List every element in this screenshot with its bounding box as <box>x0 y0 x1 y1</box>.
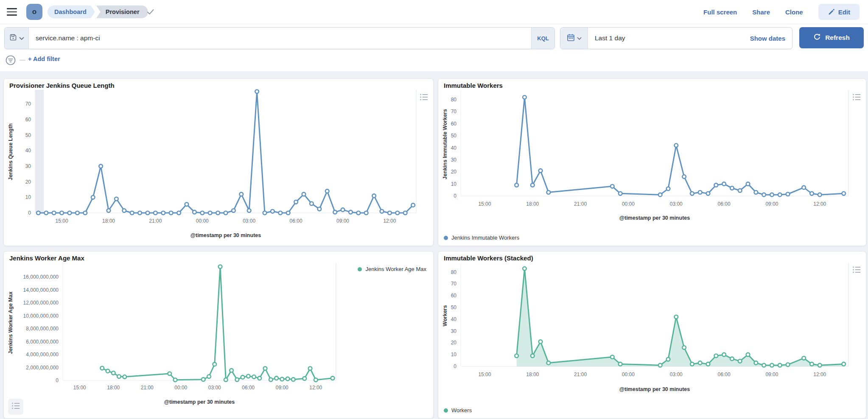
panel-immutable-workers-stacked: Immutable Workers (Stacked) 010203040506… <box>438 251 866 419</box>
search-query-input[interactable] <box>29 28 531 49</box>
svg-text:00:00: 00:00 <box>174 385 187 391</box>
svg-text:06:00: 06:00 <box>290 218 302 224</box>
svg-text:18:00: 18:00 <box>526 201 539 207</box>
svg-text:60: 60 <box>451 121 457 127</box>
legend-toggle-icon[interactable] <box>420 93 428 103</box>
show-dates-link[interactable]: Show dates <box>750 28 792 49</box>
breadcrumb-dashboard[interactable]: Dashboard <box>48 6 95 18</box>
menu-hamburger-icon[interactable] <box>7 6 18 17</box>
svg-text:12:00: 12:00 <box>813 372 826 377</box>
clone-link[interactable]: Clone <box>785 8 803 16</box>
top-navigation-bar: o Dashboard Provisioner Full screen Shar… <box>0 0 868 24</box>
refresh-icon <box>813 33 821 42</box>
legend-item-jenkins-immutable-workers[interactable]: Jenkins Immutable Workers <box>444 235 519 241</box>
svg-text:12:00: 12:00 <box>813 201 826 207</box>
calendar-icon <box>567 34 575 43</box>
add-filter-link[interactable]: + Add filter <box>28 56 60 62</box>
svg-text:15:00: 15:00 <box>478 201 491 207</box>
legend-item-jenkins-worker-age-max[interactable]: Jenkins Worker Age Max <box>358 266 426 272</box>
svg-text:06:00: 06:00 <box>718 201 731 207</box>
svg-text:@timestamp per 30 minutes: @timestamp per 30 minutes <box>164 399 235 405</box>
svg-text:00:00: 00:00 <box>622 372 635 377</box>
svg-text:20: 20 <box>451 340 457 346</box>
time-picker-calendar-button[interactable] <box>560 28 588 49</box>
svg-text:18:00: 18:00 <box>102 218 115 224</box>
line-chart-canvas[interactable]: 0102030405060708015:0018:0021:0000:0003:… <box>438 90 866 246</box>
filter-menu-icon[interactable] <box>5 55 16 67</box>
legend-item-workers[interactable]: Workers <box>444 407 472 413</box>
save-query-icon <box>9 34 17 43</box>
legend-dot <box>444 408 448 413</box>
share-link[interactable]: Share <box>752 8 770 16</box>
svg-text:@timestamp per 30 minutes: @timestamp per 30 minutes <box>619 215 690 221</box>
svg-text:00:00: 00:00 <box>196 218 209 224</box>
filter-separator <box>20 60 25 61</box>
time-range-value[interactable]: Last 1 day <box>588 28 750 49</box>
full-screen-link[interactable]: Full screen <box>703 8 737 16</box>
breadcrumb-provisioner[interactable]: Provisioner <box>96 6 148 18</box>
svg-text:8,000,000,000: 8,000,000,000 <box>26 326 59 332</box>
panel-title[interactable]: Jenkins Worker Age Max <box>9 254 84 262</box>
svg-text:50: 50 <box>451 304 457 310</box>
breadcrumb: Dashboard Provisioner <box>48 6 148 18</box>
svg-text:Jenkins Worker Age Max: Jenkins Worker Age Max <box>8 291 14 354</box>
svg-text:03:00: 03:00 <box>243 218 255 224</box>
saved-check-icon <box>147 8 154 17</box>
svg-text:03:00: 03:00 <box>208 385 221 391</box>
svg-text:06:00: 06:00 <box>242 385 255 391</box>
svg-text:18:00: 18:00 <box>526 372 539 377</box>
svg-text:4,000,000,000: 4,000,000,000 <box>26 352 59 358</box>
svg-text:16,000,000,000: 16,000,000,000 <box>23 274 59 280</box>
svg-text:21:00: 21:00 <box>574 372 587 377</box>
svg-text:10: 10 <box>25 194 31 200</box>
line-chart-canvas[interactable]: 02,000,000,0004,000,000,0006,000,000,000… <box>4 263 433 418</box>
panel-title[interactable]: Immutable Workers <box>444 82 503 89</box>
svg-text:@timestamp per 30 minutes: @timestamp per 30 minutes <box>619 386 690 392</box>
svg-text:50: 50 <box>25 132 31 138</box>
kibana-dashboard-app: o Dashboard Provisioner Full screen Shar… <box>0 0 868 419</box>
refresh-button[interactable]: Refresh <box>799 27 864 48</box>
svg-text:12,000,000,000: 12,000,000,000 <box>23 300 59 306</box>
chevron-down-icon <box>577 34 582 42</box>
svg-text:30: 30 <box>25 163 31 169</box>
line-chart-canvas[interactable]: 01020304050607015:0018:0021:0000:0003:00… <box>4 90 433 246</box>
svg-text:10: 10 <box>451 181 457 187</box>
svg-text:00:00: 00:00 <box>622 201 635 207</box>
svg-text:10,000,000,000: 10,000,000,000 <box>23 313 59 319</box>
svg-text:15:00: 15:00 <box>73 385 86 391</box>
query-language-badge[interactable]: KQL <box>531 28 554 49</box>
svg-text:09:00: 09:00 <box>276 385 288 391</box>
space-avatar[interactable]: o <box>26 4 42 20</box>
svg-text:Jenkins Queue Length: Jenkins Queue Length <box>8 123 14 180</box>
dashboard-actions: Full screen Share Clone Edit <box>703 0 860 24</box>
legend-label: Workers <box>451 407 472 413</box>
svg-text:40: 40 <box>25 148 31 154</box>
svg-text:70: 70 <box>451 109 457 115</box>
svg-text:80: 80 <box>451 269 457 275</box>
svg-text:09:00: 09:00 <box>765 372 778 377</box>
svg-text:12:00: 12:00 <box>383 218 396 224</box>
legend-label: Jenkins Immutable Workers <box>451 235 519 241</box>
edit-button[interactable]: Edit <box>818 4 860 20</box>
svg-text:Jenkins Immutable Workers: Jenkins Immutable Workers <box>442 109 448 179</box>
svg-text:40: 40 <box>451 145 457 151</box>
pencil-icon <box>828 8 834 16</box>
saved-query-menu-button[interactable] <box>5 28 29 49</box>
legend-toggle-icon[interactable] <box>8 399 23 415</box>
area-chart-canvas[interactable]: 0102030405060708015:0018:0021:0000:0003:… <box>438 263 866 418</box>
panel-immutable-workers: Immutable Workers 0102030405060708015:00… <box>438 78 866 246</box>
refresh-button-label: Refresh <box>825 34 850 42</box>
filter-bar: + Add filter <box>0 52 868 69</box>
panel-title[interactable]: Immutable Workers (Stacked) <box>444 254 533 262</box>
svg-text:15:00: 15:00 <box>478 372 491 377</box>
legend-toggle-icon[interactable] <box>852 93 861 103</box>
legend-dot <box>358 267 362 271</box>
svg-text:18:00: 18:00 <box>107 385 120 391</box>
edit-button-label: Edit <box>838 8 850 16</box>
svg-text:0: 0 <box>56 377 59 383</box>
legend-toggle-icon[interactable] <box>852 266 861 275</box>
panel-title[interactable]: Provisioner Jenkins Queue Length <box>9 82 115 89</box>
svg-text:50: 50 <box>451 133 457 139</box>
svg-text:0: 0 <box>28 210 31 216</box>
svg-text:03:00: 03:00 <box>670 201 683 207</box>
